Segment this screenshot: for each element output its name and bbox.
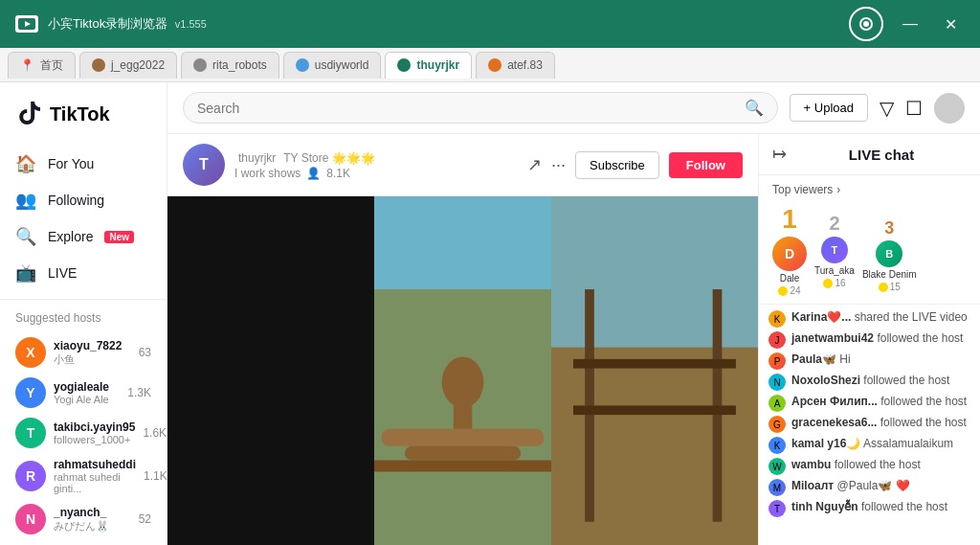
svg-point-3 <box>863 21 869 27</box>
record-button[interactable] <box>849 7 883 41</box>
chat-msg-karina: K Karina❤️... shared the LIVE video <box>768 310 970 328</box>
chat-msg-noxolo: N NoxoloShezi followed the host <box>768 374 970 391</box>
sidebar-item-following[interactable]: 👥 Following <box>0 182 167 218</box>
msg-milo: @Paula🦋 ❤️ <box>837 479 910 492</box>
home-icon: 🏠 <box>15 153 36 174</box>
more-options-icon[interactable]: ··· <box>551 155 566 175</box>
app-title: 小宾Tiktok录制浏览器 v1.555 <box>48 15 207 33</box>
chat-back-icon[interactable]: ↦ <box>772 144 787 165</box>
close-button[interactable]: ✕ <box>937 11 965 37</box>
sidebar-item-for-you-label: For You <box>48 156 94 171</box>
titlebar-left: 小宾Tiktok录制浏览器 v1.555 <box>15 15 207 33</box>
msg-arsen: followed the host <box>880 395 967 408</box>
viewer1-coins: 24 <box>778 285 800 296</box>
chat-msg-grace: G gracenekesa6... followed the host <box>768 416 970 433</box>
tab-thuyrjkr[interactable]: thuyrjkr <box>385 52 472 79</box>
titlebar: 小宾Tiktok录制浏览器 v1.555 — ✕ <box>0 0 980 48</box>
tab-thuyrjkr-label: thuyrjkr <box>416 58 459 72</box>
chat-panel: ↦ LIVE chat Top viewers › 1 D Dale <box>758 134 980 545</box>
avatar-yogialeale: Y <box>15 377 46 408</box>
share-icon[interactable]: ↗ <box>527 154 542 175</box>
tab-atef83[interactable]: atef.83 <box>476 52 555 79</box>
tab-rita_robots-label: rita_robots <box>212 58 267 72</box>
chat-msg-kamal: K kamal y16🌙 Assalamualaikum <box>768 437 970 454</box>
avatar-xiaoyu: X <box>15 337 46 368</box>
viewer3-coins: 15 <box>879 282 901 292</box>
streamer-avatar: T <box>183 144 225 186</box>
messages-icon[interactable]: ☐ <box>905 97 923 120</box>
upload-button[interactable]: + Upload <box>790 94 868 122</box>
tab-home[interactable]: 📍 首页 <box>8 52 76 79</box>
chat-messages: K Karina❤️... shared the LIVE video J ja… <box>759 305 980 545</box>
viewer-rank3: 3 B Blake Denim 15 <box>862 218 917 292</box>
username-tinh: tinh Nguyễn <box>791 500 858 513</box>
avatar-tinh: T <box>768 500 786 517</box>
video-bg-mid <box>374 196 551 545</box>
suggested-takibci[interactable]: T takibci.yayin95 followers_1000+ 1.6K <box>0 413 167 453</box>
avatar-wambu: W <box>768 458 786 475</box>
viewer2-coins: 16 <box>823 278 845 288</box>
svg-rect-8 <box>382 429 545 446</box>
tiktok-wordmark: TikTok <box>50 103 110 125</box>
browser-tabbar: 📍 首页 j_egg2022 rita_robots usdiyworld th… <box>0 48 980 82</box>
tiktok-header: 🔍 + Upload ▽ ☐ <box>167 82 980 134</box>
subscribe-button[interactable]: Subscribe <box>575 151 659 179</box>
sidebar-item-explore[interactable]: 🔍 Explore New <box>0 218 167 255</box>
video-bg-right <box>551 196 758 545</box>
tab-home-label: 首页 <box>40 57 63 74</box>
search-icon: 🔍 <box>745 99 764 117</box>
avatar-noxolo: N <box>768 374 786 391</box>
chat-msg-arsen: А Арсен Филип... followed the host <box>768 395 970 412</box>
tab-usdiyworld[interactable]: usdiyworld <box>283 52 382 79</box>
rank2-number: 2 <box>829 213 839 235</box>
inbox-icon[interactable]: ▽ <box>880 97 894 120</box>
svg-rect-15 <box>573 359 736 369</box>
suggested-nyanch[interactable]: N _nyanch_ みぴだん🐰 52 <box>0 499 167 539</box>
video-container <box>167 196 758 545</box>
sidebar-item-following-label: Following <box>48 193 104 208</box>
msg-karina: shared the LIVE video <box>855 310 968 324</box>
avatar-janet: J <box>768 331 786 349</box>
sidebar-item-for-you[interactable]: 🏠 For You <box>0 146 167 182</box>
suggested-xiaoyu[interactable]: X xiaoyu_7822 小鱼 63 <box>0 332 167 373</box>
svg-rect-9 <box>405 446 521 461</box>
tiktok-logo-icon <box>15 98 42 130</box>
tab-j_egg2022[interactable]: j_egg2022 <box>79 52 177 79</box>
svg-point-6 <box>442 356 484 407</box>
suggested-info-rahmat: rahmatsuheddi rahmat suhedi ginti... <box>54 458 136 494</box>
search-bar[interactable]: 🔍 <box>183 92 778 124</box>
video-scene <box>167 196 758 545</box>
sidebar-item-live[interactable]: 📺 LIVE <box>0 255 167 291</box>
msg-tinh: followed the host <box>861 500 947 513</box>
viewer1-name: Dale <box>780 273 800 284</box>
svg-rect-16 <box>573 405 736 415</box>
tab-j_egg2022-label: j_egg2022 <box>111 58 165 72</box>
header-actions: + Upload ▽ ☐ <box>790 93 965 124</box>
svg-rect-12 <box>551 348 758 545</box>
app-icon <box>15 15 38 33</box>
msg-wambu: followed the host <box>835 458 921 471</box>
user-avatar[interactable] <box>934 93 965 124</box>
video-actions: ↗ ··· Subscribe Follow <box>527 151 743 179</box>
video-bg-left <box>167 196 374 545</box>
suggested-yogialeale[interactable]: Y yogialeale Yogi Ale Ale 1.3K <box>0 373 167 413</box>
viewer-rank1: 1 D Dale 24 <box>772 204 807 296</box>
chat-header: ↦ LIVE chat <box>759 134 980 175</box>
chat-msg-tinh: T tinh Nguyễn followed the host <box>768 500 970 517</box>
viewers-row: 1 D Dale 24 2 T Tura_aka <box>772 204 967 296</box>
follow-button[interactable]: Follow <box>669 152 743 178</box>
chat-title: LIVE chat <box>796 147 967 163</box>
svg-rect-10 <box>374 460 551 471</box>
username-noxolo: NoxoloShezi <box>791 374 860 387</box>
avatar-kamal: K <box>768 437 786 454</box>
suggested-rahmat[interactable]: R rahmatsuheddi rahmat suhedi ginti... 1… <box>0 453 167 499</box>
username-janet: janetwambui42 <box>791 331 874 345</box>
sidebar-item-live-label: LIVE <box>48 265 77 281</box>
minimize-button[interactable]: — <box>895 11 925 36</box>
search-input[interactable] <box>197 101 737 116</box>
avatar-arsen: А <box>768 395 786 412</box>
chat-msg-janet: J janetwambui42 followed the host <box>768 331 970 349</box>
tab-rita_robots[interactable]: rita_robots <box>181 52 279 79</box>
following-icon: 👥 <box>15 190 36 211</box>
live-icon: 📺 <box>15 262 36 284</box>
